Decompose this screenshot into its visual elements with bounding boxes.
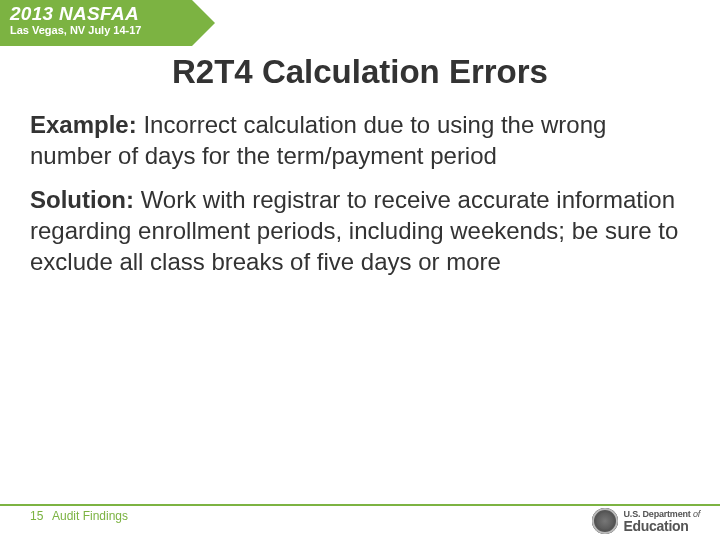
- slide-footer: 15 Audit Findings U.S. Department of Edu…: [0, 492, 720, 540]
- dept-line2: Education: [624, 519, 700, 533]
- solution-label: Solution:: [30, 186, 134, 213]
- slide-number: 15: [30, 509, 43, 523]
- conference-name: 2013 NASFAA: [10, 4, 182, 24]
- conference-location: Las Vegas, NV July 14-17: [10, 24, 182, 36]
- slide-body: Example: Incorrect calculation due to us…: [30, 110, 680, 292]
- footer-rule: [0, 504, 720, 506]
- example-label: Example:: [30, 111, 137, 138]
- footer-section-label: Audit Findings: [52, 509, 128, 523]
- conference-banner: 2013 NASFAA Las Vegas, NV July 14-17: [0, 0, 192, 46]
- example-paragraph: Example: Incorrect calculation due to us…: [30, 110, 680, 171]
- dept-logo-text: U.S. Department of Education: [624, 510, 700, 533]
- slide: 2013 NASFAA Las Vegas, NV July 14-17 R2T…: [0, 0, 720, 540]
- dept-of-education-logo: U.S. Department of Education: [592, 508, 700, 534]
- solution-paragraph: Solution: Work with registrar to receive…: [30, 185, 680, 277]
- slide-title: R2T4 Calculation Errors: [0, 53, 720, 91]
- seal-icon: [592, 508, 618, 534]
